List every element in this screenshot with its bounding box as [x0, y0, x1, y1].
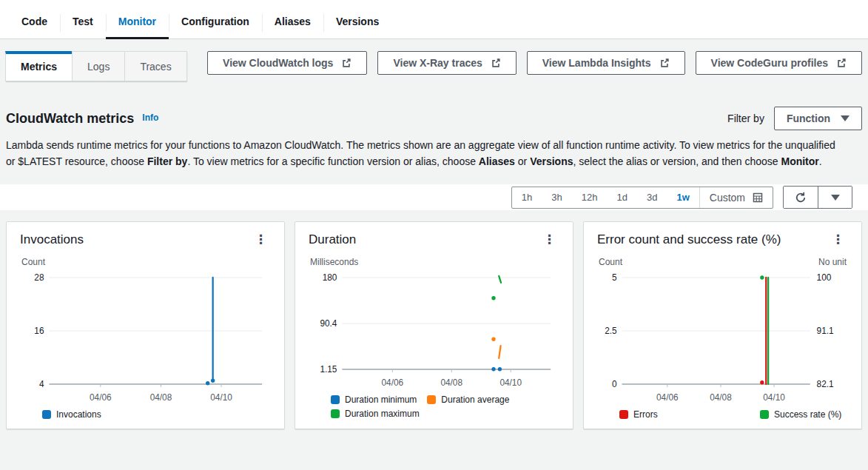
filter-by-group: Filter by Function [727, 107, 862, 130]
filter-by-label: Filter by [727, 113, 764, 124]
time-range-group: 1h3h12h1d3d1w Custom [511, 187, 773, 209]
external-link-icon [836, 58, 847, 68]
axis-units-row: Count [20, 257, 271, 267]
tab-code[interactable]: Code [9, 7, 60, 38]
legend-label: Success rate (%) [774, 409, 841, 420]
x-tick-label: 04/08 [150, 392, 172, 403]
duration-minimum-point [498, 367, 502, 371]
y-tick-label: 90.4 [320, 318, 337, 329]
external-link-icon [341, 58, 351, 68]
lambda-monitor-page: CodeTestMonitorConfigurationAliasesVersi… [0, 0, 868, 470]
custom-range-button[interactable]: Custom [699, 187, 773, 208]
tab-versions[interactable]: Versions [323, 7, 391, 38]
invocations-point [211, 379, 215, 383]
legend-color-swatch [42, 410, 51, 419]
x-tick-label: 04/10 [499, 377, 522, 388]
view-codeguru-profiles-button[interactable]: View CodeGuru profiles [696, 51, 862, 75]
description-bold-term: Aliases [479, 155, 515, 167]
filter-function-value: Function [787, 113, 830, 124]
time-range-12h[interactable]: 12h [572, 187, 608, 208]
y-tick-label: 180 [323, 272, 337, 283]
refresh-options-dropdown[interactable] [818, 187, 852, 208]
legend-color-swatch [619, 410, 628, 419]
legend-color-swatch [760, 410, 769, 419]
description-bold-term: Filter by [147, 155, 187, 167]
x-tick-label: 04/08 [710, 392, 732, 403]
legend-item-success-rate[interactable]: Success rate (%) [760, 409, 848, 420]
filter-function-dropdown[interactable]: Function [774, 107, 862, 130]
time-range-options: 1h3h12h1d3d1w [512, 187, 699, 208]
time-range-1d[interactable]: 1d [607, 187, 636, 208]
chart-title: Invocations [20, 232, 84, 247]
metrics-title-block: CloudWatch metricsInfo [6, 111, 158, 127]
error-success-plot: 52.5010091.182.104/0604/0804/10 [597, 269, 848, 406]
legend-item-errors[interactable]: Errors [619, 409, 750, 420]
duration-average-point [491, 337, 495, 340]
legend-item-duration-maximum[interactable]: Duration maximum [331, 409, 420, 419]
x-tick-label: 04/06 [656, 392, 679, 403]
legend-label: Duration average [441, 395, 509, 405]
legend-item-duration-minimum[interactable]: Duration minimum [331, 395, 417, 405]
calendar-grid-icon [753, 192, 763, 203]
button-label: View CloudWatch logs [223, 57, 333, 69]
refresh-icon [795, 192, 807, 204]
legend-label: Duration minimum [345, 395, 417, 405]
description-text: , select the alias or version, and then … [573, 155, 781, 167]
duration-minimum-point [491, 367, 495, 371]
chart-menu-button[interactable]: ⋮ [539, 232, 559, 246]
time-range-1h[interactable]: 1h [512, 187, 542, 208]
time-range-1w[interactable]: 1w [667, 187, 699, 208]
y-tick-label: 2.5 [605, 326, 617, 336]
left-axis-unit: Milliseconds [310, 257, 358, 267]
view-lambda-insights-button[interactable]: View Lambda Insights [527, 51, 685, 75]
subtab-logs[interactable]: Logs [72, 51, 125, 81]
chart-header: Duration ⋮ [309, 232, 559, 247]
y-tick-label: 1.15 [320, 364, 337, 375]
external-link-icon [659, 58, 670, 68]
axis-units-row: Milliseconds [309, 257, 559, 267]
right-y-tick-label: 91.1 [817, 326, 834, 336]
legend-item-duration-average[interactable]: Duration average [427, 395, 509, 405]
view-cloudwatch-logs-button[interactable]: View CloudWatch logs [207, 51, 367, 75]
legend-label: Invocations [56, 409, 101, 420]
legend-label: Errors [633, 409, 658, 420]
subtab-traces[interactable]: Traces [124, 51, 186, 81]
metrics-description: Lambda sends runtime metrics for your fu… [0, 130, 868, 169]
tab-aliases[interactable]: Aliases [262, 7, 323, 38]
y-tick-label: 0 [612, 379, 617, 389]
button-label: View CodeGuru profiles [711, 57, 828, 69]
tab-configuration[interactable]: Configuration [169, 7, 262, 38]
page-title: CloudWatch metrics [6, 111, 134, 126]
x-tick-label: 04/10 [210, 392, 232, 403]
tab-monitor[interactable]: Monitor [106, 7, 169, 38]
description-text: . To view metrics for a specific functio… [187, 155, 478, 167]
chart-menu-button[interactable]: ⋮ [828, 232, 848, 246]
invocations-plot: 2816404/0604/0804/10 [20, 269, 271, 406]
chevron-down-icon [841, 115, 850, 121]
external-link-icon [491, 58, 501, 68]
refresh-button[interactable] [784, 187, 818, 208]
chart-menu-button[interactable]: ⋮ [251, 232, 271, 246]
y-tick-label: 5 [612, 272, 617, 283]
legend-color-swatch [331, 409, 340, 418]
view-x-ray-traces-button[interactable]: View X-Ray traces [377, 51, 516, 75]
info-link[interactable]: Info [142, 113, 158, 123]
tab-test[interactable]: Test [60, 7, 106, 38]
refresh-button-group [783, 186, 852, 209]
errors-point [760, 380, 764, 384]
subtab-metrics[interactable]: Metrics [5, 51, 73, 81]
legend-label: Duration maximum [345, 409, 420, 419]
metrics-subtabs: MetricsLogsTraces [6, 51, 187, 81]
duration-plot: 18090.41.1504/0604/0804/10 [309, 269, 559, 392]
invocations-point [206, 381, 209, 385]
time-range-3h[interactable]: 3h [542, 187, 571, 208]
right-y-tick-label: 100 [817, 272, 832, 283]
time-range-strip: 1h3h12h1d3d1w Custom [0, 184, 868, 210]
duration-average-line [499, 346, 500, 358]
error-success-chart-card: Error count and success rate (%) ⋮ Count… [583, 221, 862, 429]
x-tick-label: 04/06 [90, 392, 112, 403]
x-tick-label: 04/08 [440, 377, 462, 388]
time-range-3d[interactable]: 3d [637, 187, 667, 208]
duration-maximum-line [499, 276, 501, 283]
legend-item-invocations[interactable]: Invocations [42, 409, 101, 420]
